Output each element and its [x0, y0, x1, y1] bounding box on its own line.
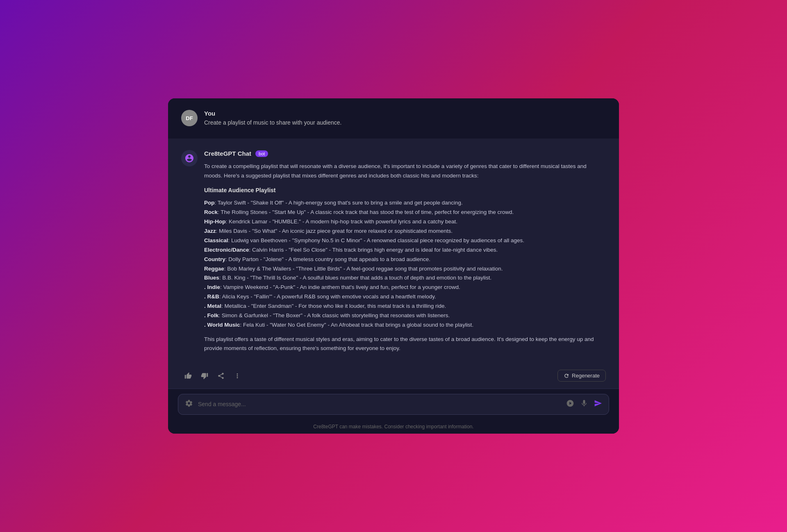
playlist-item: . Indie: Vampire Weekend - "A-Punk" - An… — [204, 283, 606, 292]
bot-content: Cre8teGPT Chat bot To create a compellin… — [204, 150, 606, 353]
bot-intro-text: To create a compelling playlist that wil… — [204, 162, 606, 180]
playlist-item: Blues: B.B. King - "The Thrill Is Gone" … — [204, 273, 606, 283]
user-message-block: DF You Create a playlist of music to sha… — [168, 98, 619, 139]
bot-avatar-icon — [181, 150, 198, 166]
settings-input-button[interactable] — [184, 398, 194, 410]
playlist-item: Jazz: Miles Davis - "So What" - An iconi… — [204, 227, 606, 236]
input-area — [168, 389, 619, 420]
bot-name: Cre8teGPT Chat — [204, 150, 251, 157]
message-input[interactable] — [198, 401, 561, 407]
playlist-item: Rock: The Rolling Stones - "Start Me Up"… — [204, 208, 606, 217]
regenerate-label: Regenerate — [572, 373, 600, 379]
input-container — [178, 394, 609, 415]
disclaimer-text: Cre8teGPT can make mistakes. Consider ch… — [168, 420, 619, 434]
bot-header: Cre8teGPT Chat bot — [204, 150, 606, 157]
user-message-text: Create a playlist of music to share with… — [204, 118, 341, 127]
playlist-item: Hip-Hop: Kendrick Lamar - "HUMBLE." - A … — [204, 217, 606, 227]
playlist-title: Ultimate Audience Playlist — [204, 187, 606, 193]
playlist-item: . R&B: Alicia Keys - "Fallin'" - A power… — [204, 292, 606, 302]
playlist-item: Country: Dolly Parton - "Jolene" - A tim… — [204, 255, 606, 264]
thumbs-down-button[interactable] — [198, 370, 212, 382]
playlist-item: Electronic/Dance: Calvin Harris - "Feel … — [204, 246, 606, 255]
playlist-item: Classical: Ludwig van Beethoven - "Symph… — [204, 236, 606, 246]
input-icons-right — [565, 398, 603, 410]
playlist-item: Reggae: Bob Marley & The Wailers - "Thre… — [204, 264, 606, 274]
regenerate-button[interactable]: Regenerate — [557, 370, 606, 382]
bot-badge: bot — [255, 150, 268, 157]
user-content: You Create a playlist of music to share … — [204, 110, 341, 127]
share-button[interactable] — [214, 370, 228, 382]
more-options-button[interactable] — [230, 370, 244, 382]
playlist-item: . World Music: Fela Kuti - "Water No Get… — [204, 321, 606, 330]
action-buttons-left — [181, 370, 244, 382]
avatar: DF — [181, 110, 198, 126]
playlist-items: Pop: Taylor Swift - "Shake It Off" - A h… — [204, 198, 606, 330]
mic-icon-button[interactable] — [579, 398, 589, 410]
thumbs-up-button[interactable] — [181, 370, 195, 382]
playlist-item: . Metal: Metallica - "Enter Sandman" - F… — [204, 302, 606, 311]
chat-messages-container: DF You Create a playlist of music to sha… — [168, 98, 619, 364]
user-label: You — [204, 110, 341, 117]
chat-window: DF You Create a playlist of music to sha… — [168, 98, 619, 433]
bot-message-block: Cre8teGPT Chat bot To create a compellin… — [168, 139, 619, 364]
action-bar: Regenerate — [168, 365, 619, 389]
playlist-item: . Folk: Simon & Garfunkel - "The Boxer" … — [204, 311, 606, 321]
image-icon-button[interactable] — [565, 398, 575, 410]
bot-outro-text: This playlist offers a taste of differen… — [204, 335, 606, 353]
send-button[interactable] — [593, 398, 603, 410]
playlist-item: Pop: Taylor Swift - "Shake It Off" - A h… — [204, 198, 606, 208]
